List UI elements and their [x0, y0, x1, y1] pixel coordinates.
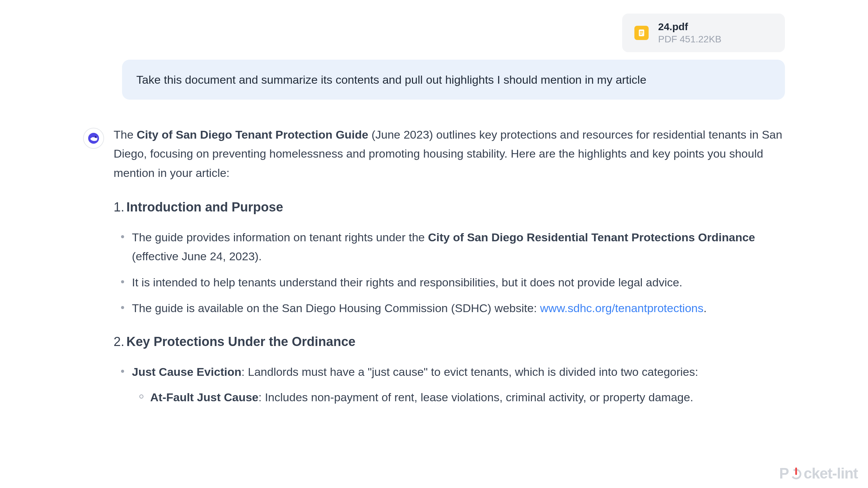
file-info: 24.pdf PDF 451.22KB: [658, 21, 722, 45]
nested-list: At-Fault Just Cause: Includes non-paymen…: [132, 388, 785, 407]
list-item: It is intended to help tenants understan…: [114, 273, 785, 292]
list-item: At-Fault Just Cause: Includes non-paymen…: [132, 388, 785, 407]
user-message: Take this document and summarize its con…: [122, 60, 785, 100]
list-item: The guide is available on the San Diego …: [114, 299, 785, 318]
power-icon: [789, 467, 803, 480]
assistant-avatar: [83, 128, 104, 149]
svg-point-5: [95, 136, 96, 138]
user-message-text: Take this document and summarize its con…: [136, 73, 646, 86]
section-2-heading: 2.Key Protections Under the Ordinance: [114, 331, 785, 352]
section-1-heading: 1.Introduction and Purpose: [114, 197, 785, 218]
file-name: 24.pdf: [658, 21, 722, 33]
intro-paragraph: The City of San Diego Tenant Protection …: [114, 125, 785, 182]
section-2-list: Just Cause Eviction: Landlords must have…: [114, 362, 785, 406]
watermark: P cket-lint: [779, 465, 858, 482]
response-body: The City of San Diego Tenant Protection …: [114, 125, 785, 420]
chat-container: 24.pdf PDF 451.22KB Take this document a…: [83, 0, 785, 420]
list-item: The guide provides information on tenant…: [114, 228, 785, 266]
intro-bold: City of San Diego Tenant Protection Guid…: [137, 128, 368, 141]
assistant-response: The City of San Diego Tenant Protection …: [83, 125, 785, 420]
file-attachment[interactable]: 24.pdf PDF 451.22KB: [622, 14, 785, 52]
sdhc-link[interactable]: www.sdhc.org/tenantprotections: [540, 302, 704, 314]
document-icon: [634, 26, 649, 40]
file-meta: PDF 451.22KB: [658, 34, 722, 45]
section-1-list: The guide provides information on tenant…: [114, 228, 785, 317]
list-item: Just Cause Eviction: Landlords must have…: [114, 362, 785, 406]
